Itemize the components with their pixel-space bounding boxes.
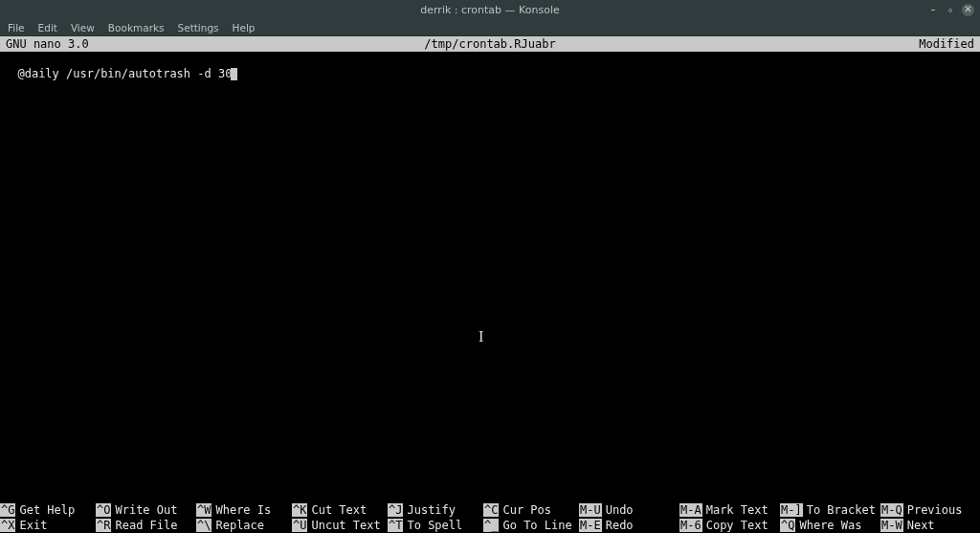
shortcut-read-file: ^RRead File bbox=[96, 518, 196, 533]
shortcut-redo: M-ERedo bbox=[579, 518, 679, 533]
text-cursor bbox=[231, 68, 237, 80]
shortcut-label: Write Out bbox=[115, 503, 177, 517]
shortcut-label: Undo bbox=[606, 503, 634, 517]
shortcut-cur-pos: ^CCur Pos bbox=[483, 502, 579, 518]
minimize-button[interactable]: – bbox=[927, 4, 939, 15]
shortcut-to-spell: ^TTo Spell bbox=[388, 518, 483, 533]
mouse-ibeam-cursor-icon: I bbox=[479, 329, 483, 344]
shortcut-key: ^Q bbox=[780, 519, 795, 532]
shortcut-write-out: ^OWrite Out bbox=[96, 502, 196, 518]
shortcut-next: M-WNext bbox=[880, 518, 971, 533]
menu-view[interactable]: View bbox=[71, 22, 95, 33]
close-button[interactable]: ✕ bbox=[962, 4, 974, 16]
editor-area[interactable]: @daily /usr/bin/autotrash -d 30 I bbox=[0, 52, 980, 502]
shortcut-justify: ^JJustify bbox=[388, 502, 483, 518]
shortcut-key: ^O bbox=[96, 503, 111, 517]
shortcut-label: Where Was bbox=[799, 519, 861, 532]
shortcut-label: To Bracket bbox=[807, 503, 876, 517]
shortcut-label: Copy Text bbox=[706, 519, 768, 532]
menu-bookmarks[interactable]: Bookmarks bbox=[108, 22, 165, 33]
shortcut-key: ^X bbox=[0, 519, 15, 532]
shortcut-key: ^K bbox=[292, 503, 307, 517]
shortcut-key: ^\ bbox=[196, 519, 212, 532]
shortcut-label: Cur Pos bbox=[502, 503, 551, 517]
shortcut-label: Uncut Text bbox=[311, 519, 380, 532]
shortcut-key: M-U bbox=[579, 503, 602, 517]
app-menubar: File Edit View Bookmarks Settings Help bbox=[0, 19, 980, 36]
shortcut-label: Redo bbox=[606, 519, 634, 532]
shortcut-label: Exit bbox=[19, 519, 47, 532]
shortcut-replace: ^\Replace bbox=[196, 518, 292, 533]
shortcut-row-1: ^GGet Help ^OWrite Out ^WWhere Is ^KCut … bbox=[0, 502, 980, 518]
nano-version: GNU nano 3.0 bbox=[6, 36, 89, 52]
menu-file[interactable]: File bbox=[8, 22, 25, 33]
shortcut-label: Justify bbox=[407, 503, 456, 517]
shortcut-key: M-W bbox=[880, 519, 903, 532]
shortcut-label: Get Help bbox=[19, 503, 75, 517]
shortcut-key: M-E bbox=[579, 519, 602, 532]
shortcut-where-was: ^QWhere Was bbox=[780, 518, 880, 533]
shortcut-key: ^C bbox=[483, 503, 499, 517]
shortcut-mark-text: M-AMark Text bbox=[679, 502, 780, 518]
shortcut-key: ^_ bbox=[483, 519, 499, 532]
shortcut-key: ^U bbox=[292, 519, 307, 532]
maximize-button[interactable]: ⬦ bbox=[945, 4, 956, 15]
shortcut-to-bracket: M-]To Bracket bbox=[780, 502, 880, 518]
nano-status-bar: GNU nano 3.0 /tmp/crontab.RJuabr Modifie… bbox=[0, 36, 980, 52]
shortcut-cut-text: ^KCut Text bbox=[292, 502, 388, 518]
shortcut-label: Go To Line bbox=[502, 519, 571, 532]
shortcut-label: Cut Text bbox=[311, 503, 367, 517]
shortcut-label: Previous bbox=[907, 503, 963, 517]
nano-shortcut-footer: ^GGet Help ^OWrite Out ^WWhere Is ^KCut … bbox=[0, 502, 980, 533]
menu-edit[interactable]: Edit bbox=[38, 22, 57, 33]
shortcut-label: To Spell bbox=[407, 519, 462, 532]
window-controls: – ⬦ ✕ bbox=[927, 4, 974, 16]
shortcut-key: ^J bbox=[388, 503, 403, 517]
shortcut-get-help: ^GGet Help bbox=[0, 502, 96, 518]
shortcut-go-to-line: ^_Go To Line bbox=[483, 518, 579, 533]
nano-modified: Modified bbox=[919, 36, 974, 52]
editor-line-1: @daily /usr/bin/autotrash -d 30 bbox=[17, 67, 232, 80]
shortcut-where-is: ^WWhere Is bbox=[196, 502, 292, 518]
shortcut-key: ^W bbox=[196, 503, 212, 517]
shortcut-key: ^T bbox=[388, 519, 403, 532]
nano-filename: /tmp/crontab.RJuabr bbox=[424, 36, 555, 52]
shortcut-previous: M-QPrevious bbox=[880, 502, 971, 518]
shortcut-label: Next bbox=[907, 519, 935, 532]
window-title: derrik : crontab — Konsole bbox=[420, 4, 559, 16]
menu-help[interactable]: Help bbox=[233, 22, 256, 33]
window-titlebar: derrik : crontab — Konsole – ⬦ ✕ bbox=[0, 0, 980, 19]
shortcut-uncut-text: ^UUncut Text bbox=[292, 518, 388, 533]
shortcut-exit: ^XExit bbox=[0, 518, 96, 533]
shortcut-undo: M-UUndo bbox=[579, 502, 679, 518]
shortcut-key: ^G bbox=[0, 503, 15, 517]
shortcut-key: ^R bbox=[96, 519, 111, 532]
shortcut-label: Read File bbox=[115, 519, 177, 532]
shortcut-label: Mark Text bbox=[706, 503, 768, 517]
shortcut-label: Replace bbox=[215, 519, 264, 532]
shortcut-copy-text: M-6Copy Text bbox=[679, 518, 780, 533]
shortcut-key: M-6 bbox=[679, 519, 702, 532]
shortcut-key: M-A bbox=[679, 503, 702, 517]
menu-settings[interactable]: Settings bbox=[178, 22, 219, 33]
shortcut-row-2: ^XExit ^RRead File ^\Replace ^UUncut Tex… bbox=[0, 518, 980, 533]
shortcut-key: M-] bbox=[780, 503, 803, 517]
shortcut-key: M-Q bbox=[880, 503, 903, 517]
shortcut-label: Where Is bbox=[215, 503, 271, 517]
